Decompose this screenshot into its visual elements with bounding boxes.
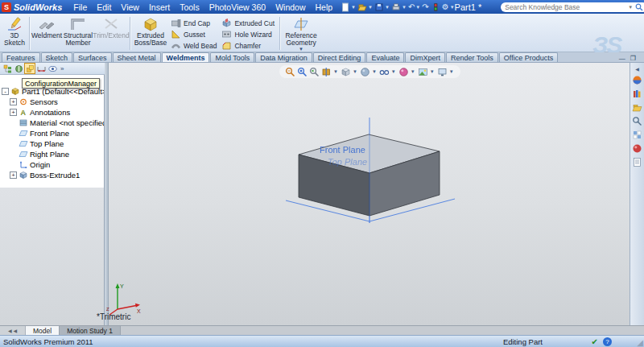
undo-icon[interactable]: ↶▼: [408, 2, 420, 12]
tree-item-front-plane[interactable]: Front Plane: [0, 128, 104, 138]
display-manager-icon[interactable]: [47, 64, 57, 73]
3d-sketch-button[interactable]: 3D Sketch: [2, 15, 27, 52]
document-minimize-icon[interactable]: —: [619, 55, 625, 62]
tree-item-top-plane[interactable]: Top Plane: [0, 138, 104, 149]
menu-window[interactable]: Window: [270, 2, 310, 13]
view-orientation-caret-icon[interactable]: ▼: [353, 69, 357, 74]
search-box[interactable]: ▼: [501, 2, 644, 12]
view-orientation-icon[interactable]: [341, 67, 351, 77]
product-name: SolidWorks Premium 2011: [3, 337, 93, 346]
tab-data-migration[interactable]: Data Migration: [255, 52, 312, 62]
search-icon[interactable]: [635, 3, 643, 11]
tree-item-boss-extrude1[interactable]: + Boss-Extrude1: [0, 170, 104, 180]
chamfer-button[interactable]: Chamfer: [219, 40, 277, 51]
tab-weldments[interactable]: Weldments: [162, 52, 210, 62]
tree-item-sensors[interactable]: + Sensors: [0, 97, 104, 107]
tab-office-products[interactable]: Office Products: [499, 52, 558, 62]
edit-appearance-icon[interactable]: [398, 67, 409, 77]
tab-evaluate[interactable]: Evaluate: [366, 52, 404, 62]
appearances-icon[interactable]: [632, 143, 642, 154]
tab-sheet-metal[interactable]: Sheet Metal: [113, 52, 161, 62]
tree-item-origin[interactable]: Origin: [0, 159, 104, 170]
tree-item-material[interactable]: Material <not specified>: [0, 118, 104, 128]
expand-toggle[interactable]: +: [10, 98, 17, 105]
tab-features[interactable]: Features: [2, 52, 40, 62]
scroll-left-icon[interactable]: ◀: [8, 328, 12, 333]
file-explorer-icon[interactable]: [632, 102, 642, 113]
section-view-caret-icon[interactable]: ▼: [333, 69, 338, 74]
panel-overflow-chevron-icon[interactable]: »: [60, 65, 64, 72]
menu-edit[interactable]: Edit: [92, 2, 116, 13]
structural-member-button[interactable]: Structural Member: [61, 15, 95, 52]
tab-render-tools[interactable]: Render Tools: [446, 52, 498, 62]
options-gear-icon[interactable]: ⚙▼: [442, 2, 455, 12]
weld-bead-button[interactable]: Weld Bead: [168, 40, 219, 51]
scroll-left-icon[interactable]: ◀: [14, 328, 18, 333]
search-scope-caret-icon[interactable]: ▼: [628, 5, 633, 10]
tab-scroll-arrows[interactable]: ◀ ◀: [0, 326, 26, 335]
motion-study-tab[interactable]: Motion Study 1: [60, 326, 121, 335]
open-icon[interactable]: ▼: [357, 2, 373, 12]
tab-sketch[interactable]: Sketch: [41, 52, 73, 62]
apply-scene-icon[interactable]: [418, 67, 428, 77]
view-settings-icon[interactable]: [437, 67, 448, 77]
feature-manager-tree-icon[interactable]: [2, 64, 12, 73]
solidworks-resources-icon[interactable]: [632, 75, 642, 85]
tree-item-right-plane[interactable]: Right Plane: [0, 149, 104, 159]
custom-properties-icon[interactable]: [632, 157, 642, 167]
help-icon[interactable]: ?: [603, 337, 612, 346]
dimxpert-manager-icon[interactable]: [36, 64, 46, 73]
document-restore-icon[interactable]: ❐: [630, 55, 636, 62]
print-icon[interactable]: ▼: [391, 2, 407, 12]
previous-view-icon[interactable]: [309, 67, 320, 77]
search-icon[interactable]: [632, 116, 642, 126]
trim-extend-button[interactable]: Trim/Extend: [95, 15, 127, 52]
graphics-viewport[interactable]: ▼ ▼ ▼ ▼ ▼ ▼ ▼: [109, 63, 630, 325]
model-tab[interactable]: Model: [26, 326, 60, 335]
apply-scene-caret-icon[interactable]: ▼: [430, 69, 435, 74]
menu-insert[interactable]: Insert: [144, 2, 175, 13]
expand-toggle[interactable]: +: [10, 171, 17, 179]
display-style-icon[interactable]: [360, 67, 370, 77]
design-library-icon[interactable]: [632, 89, 642, 99]
expand-toggle[interactable]: -: [2, 88, 9, 95]
tab-direct-editing[interactable]: Direct Editing: [313, 52, 366, 62]
menu-file[interactable]: File: [68, 2, 92, 13]
expand-toggle[interactable]: +: [10, 109, 17, 116]
display-style-caret-icon[interactable]: ▼: [372, 69, 377, 74]
tab-surfaces[interactable]: Surfaces: [73, 52, 112, 62]
end-cap-button[interactable]: End Cap: [168, 18, 219, 28]
zoom-to-area-icon[interactable]: [297, 67, 308, 77]
menu-photoview360[interactable]: PhotoView 360: [204, 2, 270, 13]
panel-tab-strip: »: [0, 63, 105, 75]
section-view-icon[interactable]: [321, 67, 332, 77]
hide-show-caret-icon[interactable]: ▼: [391, 69, 396, 74]
hole-wizard-button[interactable]: Hole Wizard: [219, 29, 277, 39]
zoom-to-fit-icon[interactable]: [285, 67, 295, 77]
hide-show-items-icon[interactable]: [379, 67, 390, 77]
rebuild-icon[interactable]: [431, 2, 440, 12]
redo-icon[interactable]: ↷: [422, 2, 428, 12]
menu-help[interactable]: Help: [311, 2, 338, 13]
extruded-cut-button[interactable]: Extruded Cut: [219, 18, 277, 28]
menu-tools[interactable]: Tools: [175, 2, 204, 13]
gusset-button[interactable]: Gusset: [168, 29, 219, 39]
reference-geometry-button[interactable]: Reference Geometry ▼: [283, 15, 320, 52]
view-palette-icon[interactable]: [632, 130, 642, 140]
view-settings-caret-icon[interactable]: ▼: [449, 69, 454, 74]
tab-mold-tools[interactable]: Mold Tools: [210, 52, 254, 62]
save-icon[interactable]: ▼: [374, 2, 390, 12]
property-manager-icon[interactable]: [14, 64, 23, 73]
menu-view[interactable]: View: [116, 2, 144, 13]
tab-dimxpert[interactable]: DimXpert: [405, 52, 445, 62]
task-pane-collapse-icon[interactable]: ◀: [635, 66, 639, 72]
resize-grip-icon[interactable]: ◢: [637, 338, 643, 347]
extruded-boss-base-button[interactable]: Extruded Boss/Base: [133, 15, 168, 52]
tree-item-annotations[interactable]: + A Annotations: [0, 107, 104, 118]
configuration-manager-icon[interactable]: [25, 64, 35, 73]
new-document-icon[interactable]: ▼: [341, 2, 356, 12]
weldment-button[interactable]: Weldment: [32, 15, 61, 52]
model-canvas[interactable]: Front Plane Top Plane: [109, 63, 630, 325]
search-input[interactable]: [505, 3, 625, 11]
edit-appearance-caret-icon[interactable]: ▼: [411, 69, 415, 74]
